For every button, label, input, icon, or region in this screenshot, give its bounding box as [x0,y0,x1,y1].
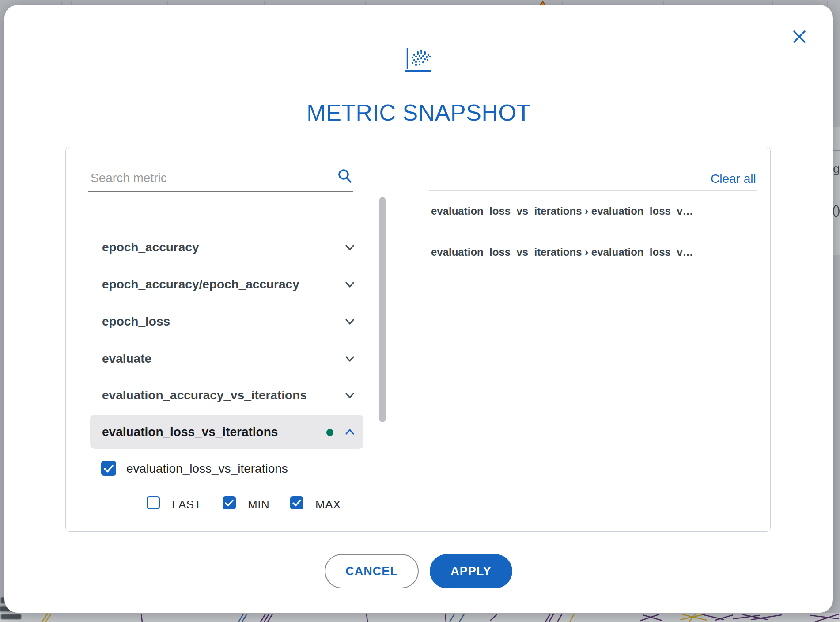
metric-picker-panel: epoch_accuracy epoch_accuracy/epoch_accu… [65,147,771,532]
search-input[interactable] [88,165,353,192]
chevron-down-icon [343,352,357,366]
option-checkbox-max[interactable] [290,496,303,509]
metric-label: epoch_accuracy [102,240,199,254]
option-checkbox-last[interactable] [147,496,160,509]
selected-metric-text: evaluation_loss_vs_iterations › evaluati… [431,246,693,258]
cancel-button[interactable]: CANCEL [325,554,419,588]
metric-row-epoch-accuracy-epoch-accuracy[interactable]: epoch_accuracy/epoch_accuracy [90,267,363,301]
metric-label: evaluate [102,352,151,366]
dialog-title: METRIC SNAPSHOT [4,99,833,126]
close-button[interactable] [791,29,807,45]
selected-metric-text: evaluation_loss_vs_iterations › evaluati… [431,205,693,217]
metric-label: epoch_loss [102,315,170,329]
metric-label: epoch_accuracy/epoch_accuracy [102,277,299,292]
metric-label: evaluation_accuracy_vs_iterations [102,388,307,402]
scrollbar[interactable] [379,197,386,422]
check-icon [101,461,116,476]
option-label-min: MIN [248,498,269,512]
column-divider [407,193,407,522]
background-right-strip [832,127,840,255]
variant-label: evaluation_loss_vs_iterations [126,462,288,476]
selected-metric-item[interactable]: evaluation_loss_vs_iterations › evaluati… [429,231,757,273]
close-icon [791,29,807,45]
metric-row-epoch-loss[interactable]: epoch_loss [90,304,363,338]
metric-snapshot-icon [405,47,433,74]
option-label-max: MAX [315,498,341,512]
option-label-last: LAST [172,498,201,512]
check-icon [290,496,303,509]
option-checkbox-min[interactable] [223,496,236,509]
chevron-down-icon [343,388,357,402]
metric-row-evaluation-loss-vs-iterations[interactable]: evaluation_loss_vs_iterations [90,415,363,449]
background-text-fragment: g [833,163,840,175]
background-right-line [832,150,840,151]
apply-button[interactable]: APPLY [430,554,512,588]
clear-all-button[interactable]: Clear all [711,172,756,186]
chevron-down-icon [343,315,357,329]
variant-checkbox[interactable] [101,461,116,476]
chevron-up-icon [343,425,357,439]
metric-snapshot-dialog: METRIC SNAPSHOT epoch_accuracy epoch_acc… [4,5,833,613]
background-text-fragment: () [832,204,840,216]
background-chart-fragments [0,613,840,622]
metric-row-epoch-accuracy[interactable]: epoch_accuracy [90,230,363,264]
metric-row-evaluate[interactable]: evaluate [90,341,363,375]
selection-indicator-dot [326,429,333,436]
chevron-down-icon [343,277,357,292]
search-icon[interactable] [336,167,354,185]
selected-metric-item[interactable]: evaluation_loss_vs_iterations › evaluati… [429,190,757,231]
chevron-down-icon [343,240,357,254]
background-smudge [1,614,21,619]
metric-label: evaluation_loss_vs_iterations [102,425,278,439]
background-top-strip [0,0,840,5]
check-icon [223,496,236,509]
metric-row-evaluation-accuracy-vs-iterations[interactable]: evaluation_accuracy_vs_iterations [90,378,363,412]
